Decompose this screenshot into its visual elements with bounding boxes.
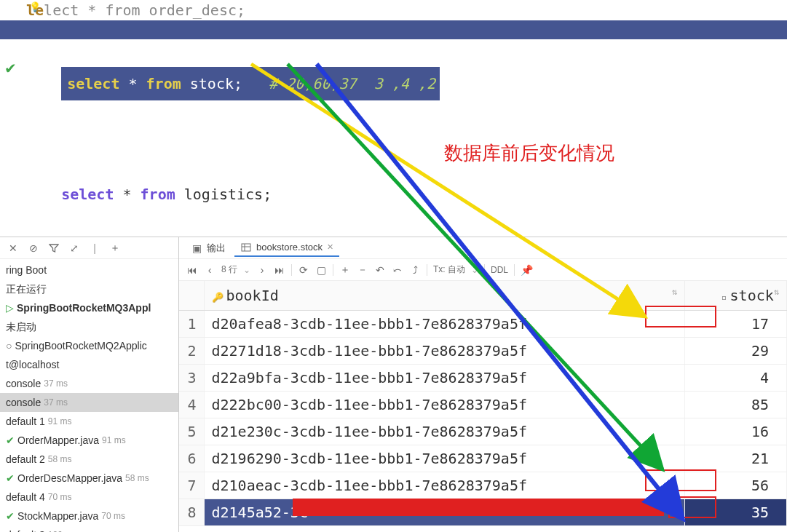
refresh-icon[interactable]: ⟳ — [298, 264, 309, 276]
tree-item-duration: 37 ms — [44, 394, 68, 411]
tree-root[interactable]: ring Boot — [0, 261, 178, 279]
play-icon: ▷ — [6, 299, 14, 317]
tree-item-duration: 37 ms — [44, 375, 68, 392]
tree-item[interactable]: ✔OrderDescMapper.java 58 ms — [0, 469, 178, 488]
sort-icon[interactable]: ⇅ — [672, 287, 677, 297]
cell-bookid[interactable]: d21e230c-3cdb-11ee-bbb1-7e8628379a5f — [204, 418, 685, 445]
cell-stock[interactable]: 35 — [685, 499, 787, 526]
add-icon[interactable]: ＋ — [109, 242, 121, 254]
svg-rect-0 — [242, 244, 250, 251]
close-icon[interactable]: ✕ — [7, 242, 19, 254]
ddl-button[interactable]: DDL — [491, 265, 508, 275]
output-icon: ▣ — [191, 242, 202, 254]
tree-toolbar: ✕ ⊘ ⤢ | ＋ — [0, 237, 178, 259]
cell-bookid[interactable]: d2271d18-3cdb-11ee-bbb1-7e8628379a5f — [204, 338, 685, 365]
data-table[interactable]: 🔑bookId⇅ ▫stock⇅ 1d20afea8-3cdb-11ee-bbb… — [179, 281, 787, 526]
table-row[interactable]: 1d20afea8-3cdb-11ee-bbb1-7e8628379a5f17 — [179, 311, 787, 338]
first-page-icon[interactable]: ⏮ — [186, 264, 198, 276]
bottom-panel: ✕ ⊘ ⤢ | ＋ ring Boot 正在运行 ▷ SpringBootRoc… — [0, 237, 787, 532]
tree-item[interactable]: ✔OrderMapper.java 91 ms — [0, 431, 178, 450]
tree-item[interactable]: default 3 126 ms — [0, 525, 178, 532]
expand-icon[interactable]: ⤢ — [68, 242, 80, 254]
bulb-icon[interactable]: 💡 — [29, 1, 42, 12]
check-icon: ✔ — [6, 507, 15, 525]
table-row[interactable]: 7d210aeac-3cdb-11ee-bbb1-7e8628379a5f56 — [179, 472, 787, 499]
tree-item-label: default 2 — [6, 450, 45, 468]
tree-item-label: StockMapper.java — [17, 507, 98, 525]
run-tree[interactable]: ring Boot 正在运行 ▷ SpringBootRocketMQ3Appl… — [0, 259, 178, 532]
tree-item-label: default 3 — [6, 526, 45, 532]
cell-bookid[interactable]: d2196290-3cdb-11ee-bbb1-7e8628379a5f — [204, 445, 685, 472]
tx-mode[interactable]: Tx: 自动 — [433, 263, 465, 276]
tab-bookstore-stock[interactable]: bookstore.stock✕ — [234, 239, 339, 257]
delete-row-icon[interactable]: － — [357, 264, 368, 276]
col-stock[interactable]: ▫stock⇅ — [685, 281, 787, 311]
row-number[interactable]: 3 — [179, 365, 204, 392]
result-tabs: ▣输出 bookstore.stock✕ — [179, 237, 787, 259]
tree-host[interactable]: t@localhost — [0, 355, 178, 374]
tree-item-duration: 70 ms — [101, 507, 125, 525]
col-bookid[interactable]: 🔑bookId⇅ — [204, 281, 685, 311]
result-panel: ▣输出 bookstore.stock✕ ⏮ ‹ 8 行 ⌄ › ⏭ ⟳ ▢ ＋… — [179, 237, 787, 532]
cell-bookid[interactable]: d20afea8-3cdb-11ee-bbb1-7e8628379a5f — [204, 311, 685, 338]
pin-icon[interactable]: 📌 — [521, 264, 532, 276]
cell-stock[interactable]: 4 — [685, 365, 787, 392]
tree-item-duration: 70 ms — [48, 488, 72, 506]
tree-item[interactable]: default 2 58 ms — [0, 450, 178, 469]
tree-item-label: console — [6, 375, 41, 392]
annotation-label: 数据库前后变化情况 — [444, 140, 614, 166]
row-number[interactable]: 7 — [179, 472, 204, 499]
tree-item-duration: 126 ms — [48, 526, 76, 532]
rownum-header[interactable] — [179, 281, 204, 311]
cell-bookid[interactable]: d222bc00-3cdb-11ee-bbb1-7e8628379a5f — [204, 392, 685, 418]
check-icon: ✔ — [6, 469, 15, 487]
row-number[interactable]: 5 — [179, 418, 204, 445]
tree-item[interactable]: default 1 91 ms — [0, 412, 178, 431]
row-number[interactable]: 1 — [179, 311, 204, 338]
close-tab-icon[interactable]: ✕ — [327, 242, 333, 252]
prev-page-icon[interactable]: ‹ — [204, 264, 215, 276]
tree-item-duration: 58 ms — [125, 469, 149, 487]
cell-stock[interactable]: 56 — [685, 472, 787, 499]
revert-icon[interactable]: ↶ — [374, 264, 386, 276]
table-row[interactable]: 4d222bc00-3cdb-11ee-bbb1-7e8628379a5f85 — [179, 392, 787, 418]
tree-item[interactable]: default 4 70 ms — [0, 488, 178, 507]
filter-icon[interactable] — [48, 242, 60, 254]
table-row[interactable]: 6d2196290-3cdb-11ee-bbb1-7e8628379a5f21 — [179, 445, 787, 472]
cell-stock[interactable]: 16 — [685, 418, 787, 445]
sql-editor[interactable]: 💡 lelect * from order_desc; select * fro… — [0, 0, 787, 226]
tab-output[interactable]: ▣输出 — [185, 239, 232, 257]
tree-item-duration: 91 ms — [102, 432, 126, 449]
tree-item-label: OrderDescMapper.java — [17, 469, 122, 487]
tree-item[interactable]: console 37 ms — [0, 393, 178, 412]
last-page-icon[interactable]: ⏭ — [274, 264, 285, 276]
table-row[interactable]: 2d2271d18-3cdb-11ee-bbb1-7e8628379a5f29 — [179, 338, 787, 365]
undo-icon[interactable]: ⤺ — [392, 264, 403, 276]
sort-icon[interactable]: ⇅ — [774, 287, 779, 297]
tree-app2[interactable]: ○ SpringBootRocketMQ2Applic — [0, 336, 178, 355]
editor-line-2: select * from logistics; — [26, 153, 787, 236]
tree-item[interactable]: console 37 ms — [0, 374, 178, 393]
row-number[interactable]: 2 — [179, 338, 204, 365]
cell-stock[interactable]: 29 — [685, 338, 787, 365]
submit-icon[interactable]: ⤴ — [409, 264, 421, 276]
cell-bookid[interactable]: d210aeac-3cdb-11ee-bbb1-7e8628379a5f — [204, 472, 685, 499]
stop-icon[interactable]: ▢ — [315, 264, 327, 276]
tree-app1[interactable]: ▷ SpringBootRocketMQ3Appl — [0, 298, 178, 317]
cell-stock[interactable]: 17 — [685, 311, 787, 338]
next-page-icon[interactable]: › — [256, 264, 268, 276]
add-row-icon[interactable]: ＋ — [339, 264, 351, 276]
row-number[interactable]: 4 — [179, 392, 204, 418]
circle-slash-icon[interactable]: ⊘ — [28, 242, 39, 254]
tree-item[interactable]: ✔StockMapper.java 70 ms — [0, 507, 178, 525]
table-row[interactable]: 3d22a9bfa-3cdb-11ee-bbb1-7e8628379a5f4 — [179, 365, 787, 392]
cell-stock[interactable]: 85 — [685, 392, 787, 418]
tree-running-label: 正在运行 — [0, 279, 178, 298]
cell-bookid[interactable]: d22a9bfa-3cdb-11ee-bbb1-7e8628379a5f — [204, 365, 685, 392]
cell-stock[interactable]: 21 — [685, 445, 787, 472]
row-number[interactable]: 6 — [179, 445, 204, 472]
key-icon: 🔑 — [212, 292, 224, 303]
table-row[interactable]: 5d21e230c-3cdb-11ee-bbb1-7e8628379a5f16 — [179, 418, 787, 445]
row-number[interactable]: 8 — [179, 499, 204, 526]
check-icon: ✔ — [4, 60, 22, 77]
